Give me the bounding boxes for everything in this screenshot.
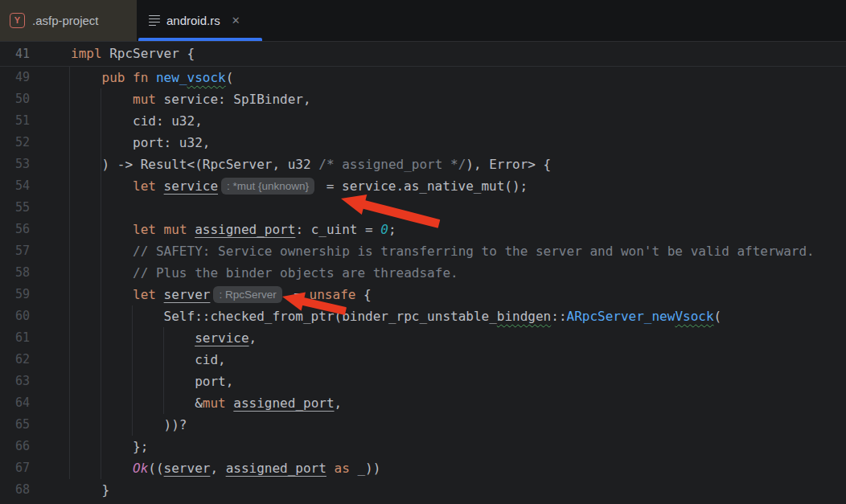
code-line-57[interactable]: 57 // SAFETY: Service ownership is trans… <box>0 240 846 262</box>
code-text: Self::checked_from_ptr(binder_rpc_unstab… <box>71 305 721 327</box>
code-token: port: u32, <box>71 135 210 150</box>
code-text: } <box>71 479 109 501</box>
code-line-54[interactable]: 54 let service: *mut {unknown} = service… <box>0 175 846 197</box>
line-number[interactable]: 64 <box>0 392 71 414</box>
code-token: , <box>335 395 343 411</box>
code-line-65[interactable]: 65 ))? <box>0 414 846 436</box>
code-text: // SAFETY: Service ownership is transfer… <box>71 240 815 262</box>
code-token <box>71 265 133 281</box>
code-token: Self::checked_from_ptr(binder_rpc_unstab… <box>71 309 497 324</box>
code-token: ) -> Result<(RpcServer, u32 <box>71 157 318 172</box>
code-token: ), Error> { <box>466 157 551 172</box>
file-lines-icon <box>149 15 160 27</box>
sticky-context-line[interactable]: 41 impl RpcServer { <box>0 42 846 67</box>
line-number[interactable]: 58 <box>0 262 71 284</box>
code-token: service: SpIBinder, <box>156 92 311 107</box>
code-token <box>156 222 164 237</box>
code-line-60[interactable]: 60 Self::checked_from_ptr(binder_rpc_uns… <box>0 305 846 327</box>
line-number[interactable]: 60 <box>0 305 71 327</box>
line-number[interactable]: 66 <box>0 436 71 457</box>
sticky-line-number[interactable]: 41 <box>0 42 71 66</box>
code-text: // Plus the binder objects are threadsaf… <box>71 262 458 284</box>
code-line-53[interactable]: 53 ) -> Result<(RpcServer, u32 /* assign… <box>0 154 846 175</box>
code-line-64[interactable]: 64 &mut assigned_port, <box>0 392 846 414</box>
code-token <box>326 461 335 476</box>
code-text: mut service: SpIBinder, <box>71 88 311 110</box>
code-token <box>156 178 164 194</box>
line-number[interactable]: 53 <box>0 154 71 175</box>
code-token: mut <box>164 222 187 237</box>
line-number[interactable]: 52 <box>0 132 71 154</box>
code-token <box>71 222 133 237</box>
code-token: /* assigned_port */ <box>318 157 466 172</box>
inlay-type-hint: : *mut {unknown} <box>221 178 314 195</box>
code-line-55[interactable]: 55 <box>0 197 846 219</box>
line-number[interactable]: 63 <box>0 371 71 392</box>
code-token: } <box>71 482 109 498</box>
code-token <box>125 70 133 85</box>
code-text: port, <box>71 371 233 392</box>
code-text: }; <box>71 436 148 457</box>
code-line-66[interactable]: 66 }; <box>0 436 846 457</box>
inlay-type-hint: : RpcServer <box>213 286 281 303</box>
code-line-61[interactable]: 61 service, <box>0 327 846 349</box>
code-line-52[interactable]: 52 port: u32, <box>0 132 846 154</box>
code-token: assigned_port <box>233 395 334 411</box>
code-token: bindgen <box>497 309 551 324</box>
code-text: port: u32, <box>71 132 210 154</box>
code-token: let <box>133 287 156 302</box>
code-line-58[interactable]: 58 // Plus the binder objects are thread… <box>0 262 846 284</box>
code-token: , <box>249 330 257 346</box>
code-token: server <box>164 461 211 476</box>
code-text: Ok((server, assigned_port as _)) <box>71 457 380 479</box>
line-number[interactable]: 68 <box>0 479 71 501</box>
code-token <box>187 222 195 237</box>
code-line-59[interactable]: 59 let server: RpcServer = unsafe { <box>0 284 846 305</box>
code-token: cid: u32, <box>71 113 203 129</box>
line-number[interactable]: 54 <box>0 175 71 197</box>
line-number[interactable]: 57 <box>0 240 71 262</box>
code-line-63[interactable]: 63 port, <box>0 371 846 392</box>
code-token: cid, <box>71 352 226 367</box>
code-line-49[interactable]: 49 pub fn new_vsock( <box>0 67 846 88</box>
line-number[interactable]: 61 <box>0 327 71 349</box>
code-editor[interactable]: 49 pub fn new_vsock(50 mut service: SpIB… <box>0 67 846 501</box>
line-number[interactable]: 56 <box>0 219 71 240</box>
code-text: let mut assigned_port: c_uint = 0; <box>71 219 396 240</box>
code-token <box>71 330 195 346</box>
line-number[interactable]: 62 <box>0 349 71 371</box>
line-number[interactable]: 51 <box>0 110 71 132</box>
code-token: service <box>195 330 248 346</box>
code-token <box>71 287 133 302</box>
project-selector-button[interactable]: Y .asfp-project <box>0 0 137 41</box>
line-number[interactable]: 50 <box>0 88 71 110</box>
code-text: service, <box>71 327 257 349</box>
code-text: cid: u32, <box>71 110 203 132</box>
project-name-label: .asfp-project <box>32 14 99 27</box>
code-line-62[interactable]: 62 cid, <box>0 349 846 371</box>
code-token: // SAFETY: Service ownership is transfer… <box>133 244 815 259</box>
code-token <box>148 70 156 85</box>
code-text: ))? <box>71 414 187 436</box>
code-token: mut <box>203 395 226 411</box>
code-text: ) -> Result<(RpcServer, u32 /* assigned_… <box>71 154 551 175</box>
code-token: Ok <box>133 461 148 476</box>
code-token: unsafe <box>310 287 356 302</box>
code-line-68[interactable]: 68 } <box>0 479 846 501</box>
code-line-50[interactable]: 50 mut service: SpIBinder, <box>0 88 846 110</box>
tab-close-icon[interactable]: ✕ <box>232 14 240 27</box>
code-line-56[interactable]: 56 let mut assigned_port: c_uint = 0; <box>0 219 846 240</box>
line-number[interactable]: 55 <box>0 197 71 219</box>
code-token: ))? <box>71 417 187 432</box>
code-line-51[interactable]: 51 cid: u32, <box>0 110 846 132</box>
code-token: as <box>335 461 350 476</box>
line-number[interactable]: 67 <box>0 457 71 479</box>
code-line-67[interactable]: 67 Ok((server, assigned_port as _)) <box>0 457 846 479</box>
code-token: = <box>286 287 310 302</box>
line-number[interactable]: 65 <box>0 414 71 436</box>
code-token: new_ <box>156 70 187 85</box>
line-number[interactable]: 59 <box>0 284 71 305</box>
code-token <box>71 461 133 476</box>
tab-android-rs[interactable]: android.rs ✕ <box>138 0 262 41</box>
line-number[interactable]: 49 <box>0 67 71 88</box>
